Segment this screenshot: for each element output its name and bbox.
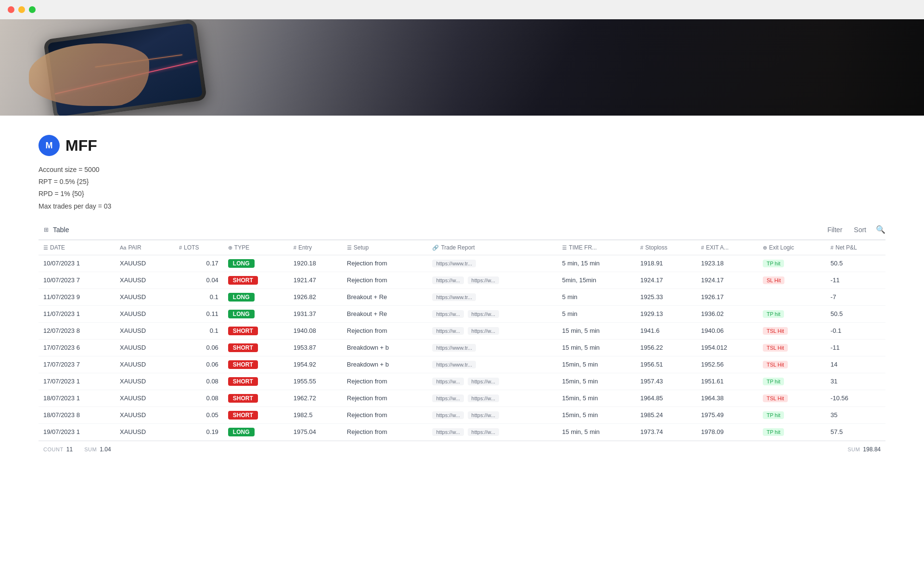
cell-pair: XAUUSD (115, 272, 174, 289)
close-button[interactable] (8, 6, 14, 13)
col-exit-at: #EXIT A... (696, 240, 758, 255)
data-table: ☰DATE AaPAIR #LOTS ⊕TYPE #Entry ☰Setup 🔗… (38, 240, 886, 441)
cell-lots: 0.1 (174, 289, 223, 305)
cell-type: LONG (223, 255, 289, 272)
cell-exit-at: 1924.17 (696, 272, 758, 289)
page-header: M MFF (38, 135, 886, 156)
meta-info: Account size = 5000 RPT = 0.5% {25} RPD … (38, 164, 886, 212)
table-header-row: ☰DATE AaPAIR #LOTS ⊕TYPE #Entry ☰Setup 🔗… (38, 240, 886, 255)
cell-stoploss: 1956.51 (636, 356, 696, 373)
cell-lots: 0.1 (174, 322, 223, 339)
cell-stoploss: 1929.13 (636, 305, 696, 322)
cell-entry: 1931.37 (289, 305, 342, 322)
cell-time-fr: 15min, 5 min (557, 356, 636, 373)
hero-image (0, 19, 924, 116)
cell-trade-report: https://www.tr... (427, 289, 557, 305)
table-tab[interactable]: ⊞ Table (38, 224, 73, 236)
minimize-button[interactable] (18, 6, 25, 13)
cell-trade-report: https://w... https://w... (427, 322, 557, 339)
cell-exit-logic: TSL Hit (758, 390, 826, 407)
cell-setup: Rejection from (342, 407, 428, 423)
cell-type: SHORT (223, 390, 289, 407)
cell-exit-logic: TSL Hit (758, 356, 826, 373)
cell-exit-logic: TSL Hit (758, 322, 826, 339)
footer-sum-pnl: SUM 198.84 (847, 446, 881, 453)
cell-date: 17/07/2023 7 (38, 356, 115, 373)
cell-exit-at: 1940.06 (696, 322, 758, 339)
cell-trade-report: https://www.tr... (427, 255, 557, 272)
cell-net-pl: 31 (826, 373, 886, 390)
cell-pair: XAUUSD (115, 356, 174, 373)
cell-stoploss: 1957.43 (636, 373, 696, 390)
table-row: 19/07/2023 1 XAUUSD 0.19 LONG 1975.04 Re… (38, 423, 886, 440)
cell-time-fr: 15 min, 5 min (557, 339, 636, 356)
cell-lots: 0.08 (174, 373, 223, 390)
page-title: MFF (65, 137, 97, 155)
cell-exit-logic: TP hit (758, 407, 826, 423)
cell-pair: XAUUSD (115, 407, 174, 423)
cell-setup: Breakdown + b (342, 339, 428, 356)
cell-pair: XAUUSD (115, 289, 174, 305)
cell-pair: XAUUSD (115, 390, 174, 407)
filter-button[interactable]: Filter (825, 225, 844, 235)
cell-setup: Rejection from (342, 390, 428, 407)
cell-type: SHORT (223, 373, 289, 390)
cell-date: 18/07/2023 1 (38, 390, 115, 407)
cell-stoploss: 1985.24 (636, 407, 696, 423)
cell-type: SHORT (223, 272, 289, 289)
col-type: ⊕TYPE (223, 240, 289, 255)
cell-pair: XAUUSD (115, 255, 174, 272)
cell-entry: 1920.18 (289, 255, 342, 272)
cell-setup: Breakout + Re (342, 305, 428, 322)
cell-trade-report: https://w... https://w... (427, 373, 557, 390)
cell-entry: 1975.04 (289, 423, 342, 440)
cell-time-fr: 5 min, 15 min (557, 255, 636, 272)
cell-entry: 1982.5 (289, 407, 342, 423)
cell-lots: 0.19 (174, 423, 223, 440)
cell-date: 11/07/2023 1 (38, 305, 115, 322)
account-size-label: Account size = 5000 (38, 164, 886, 176)
count-value: 11 (66, 446, 73, 453)
cell-exit-at: 1926.17 (696, 289, 758, 305)
cell-trade-report: https://w... https://w... (427, 390, 557, 407)
cell-date: 10/07/2023 1 (38, 255, 115, 272)
cell-type: SHORT (223, 407, 289, 423)
table-row: 18/07/2023 1 XAUUSD 0.08 SHORT 1962.72 R… (38, 390, 886, 407)
cell-lots: 0.04 (174, 272, 223, 289)
col-trade-report: 🔗Trade Report (427, 240, 557, 255)
table-row: 10/07/2023 7 XAUUSD 0.04 SHORT 1921.47 R… (38, 272, 886, 289)
search-icon[interactable]: 🔍 (876, 225, 886, 234)
cell-time-fr: 15min, 5 min (557, 407, 636, 423)
cell-trade-report: https://www.tr... (427, 356, 557, 373)
cell-trade-report: https://w... https://w... (427, 305, 557, 322)
cell-net-pl: -11 (826, 339, 886, 356)
cell-date: 12/07/2023 8 (38, 322, 115, 339)
cell-net-pl: -7 (826, 289, 886, 305)
cell-lots: 0.17 (174, 255, 223, 272)
cell-entry: 1921.47 (289, 272, 342, 289)
sum-lots-value: 1.04 (100, 446, 111, 453)
cell-stoploss: 1964.85 (636, 390, 696, 407)
cell-type: SHORT (223, 356, 289, 373)
cell-date: 11/07/2023 9 (38, 289, 115, 305)
cell-exit-at: 1936.02 (696, 305, 758, 322)
table-row: 17/07/2023 7 XAUUSD 0.06 SHORT 1954.92 B… (38, 356, 886, 373)
col-stoploss: #Stoploss (636, 240, 696, 255)
cell-trade-report: https://w... https://w... (427, 272, 557, 289)
sort-button[interactable]: Sort (852, 225, 868, 235)
max-trades-label: Max trades per day = 03 (38, 200, 886, 212)
cell-time-fr: 5 min (557, 305, 636, 322)
col-net-pl: #Net P&L (826, 240, 886, 255)
maximize-button[interactable] (29, 6, 36, 13)
cell-trade-report: https://w... https://w... (427, 407, 557, 423)
cell-type: SHORT (223, 322, 289, 339)
cell-time-fr: 15 min, 5 min (557, 322, 636, 339)
col-date: ☰DATE (38, 240, 115, 255)
cell-net-pl: 35 (826, 407, 886, 423)
cell-date: 19/07/2023 1 (38, 423, 115, 440)
sum-pnl-value: 198.84 (863, 446, 881, 453)
cell-lots: 0.11 (174, 305, 223, 322)
cell-exit-logic: TSL Hit (758, 339, 826, 356)
cell-lots: 0.06 (174, 356, 223, 373)
cell-net-pl: 57.5 (826, 423, 886, 440)
